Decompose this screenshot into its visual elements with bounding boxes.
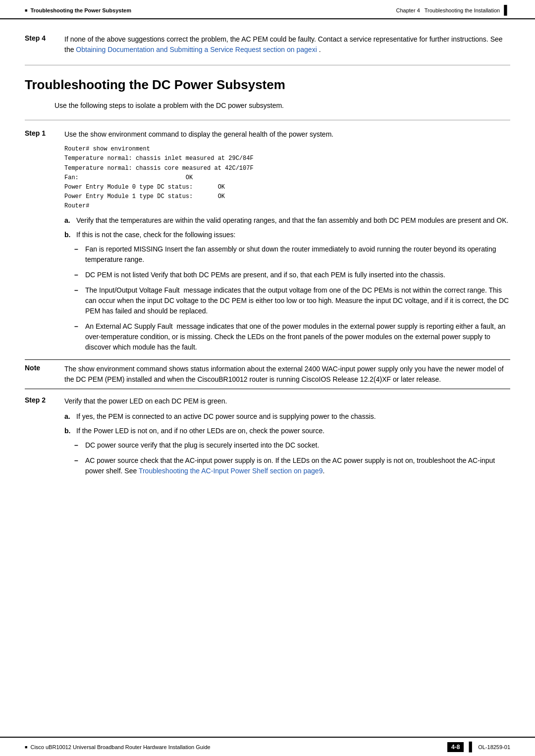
step1-sub-b-label: b.: [64, 230, 72, 240]
footer-doc-title: Cisco uBR10012 Universal Broadband Route…: [30, 744, 210, 750]
code-line-2: Temperature normal: chassis inlet measur…: [64, 154, 510, 163]
section-intro: Use the following steps to isolate a pro…: [54, 101, 510, 111]
step1-label: Step 1: [25, 129, 54, 140]
step2-bullet-1-dash: –: [74, 440, 81, 451]
step1-sub-a-text: Verify that the temperatures are within …: [76, 215, 508, 226]
step2-section: Step 2 Verify that the power LED on each…: [25, 396, 510, 406]
footer-right: OL-18259-01: [469, 742, 510, 752]
bullet-1: – Fan is reported MISSING Insert the fan…: [74, 244, 510, 265]
bullet-3: – The Input/Output Voltage Fault message…: [74, 285, 510, 316]
step2-bullets: – DC power source verify that the plug i…: [74, 440, 510, 476]
note-box: Note The show environment command shows …: [25, 359, 510, 389]
bullet-4-dash: –: [74, 321, 81, 353]
code-line-7: Router#: [64, 202, 510, 211]
step2-label: Step 2: [25, 396, 54, 406]
bullet-2-text: DC PEM is not listed Verify that both DC…: [85, 270, 445, 280]
step2-sub-a-text: If yes, the PEM is connected to an activ…: [76, 411, 376, 422]
step2-bullet-1-text: DC power source verify that the plug is …: [85, 440, 319, 451]
bullet-3-text: The Input/Output Voltage Fault message i…: [85, 285, 510, 316]
code-line-6: Power Entry Module 1 type DC status: OK: [64, 192, 510, 202]
step1-sub-b: b. If this is not the case, check for th…: [64, 230, 510, 240]
bullet-4-text: An External AC Supply Fault message indi…: [85, 321, 510, 353]
step4-link[interactable]: Obtaining Documentation and Submitting a…: [76, 46, 319, 53]
step2-sub-a-label: a.: [64, 411, 72, 422]
step2-sub-b-text: If the Power LED is not on, and if no ot…: [76, 426, 324, 436]
header-right: Chapter 4 Troubleshooting the Installati…: [396, 5, 510, 15]
header-section-title: Troubleshooting the Power Subsystem: [30, 7, 131, 13]
step4-section: Step 4 If none of the above suggestions …: [25, 34, 510, 55]
page-wrapper: Troubleshooting the Power Subsystem Chap…: [0, 0, 535, 756]
step4-label: Step 4: [25, 34, 54, 55]
page-header: Troubleshooting the Power Subsystem Chap…: [0, 0, 535, 19]
page-content: Step 4 If none of the above suggestions …: [0, 19, 535, 737]
step1-bullets: – Fan is reported MISSING Insert the fan…: [74, 244, 510, 353]
step2-sub-a: a. If yes, the PEM is connected to an ac…: [64, 411, 510, 422]
step2-bullet-2-dash: –: [74, 455, 81, 476]
footer-page-num: 4-8: [447, 742, 464, 752]
step1-content: Use the show environment command to disp…: [64, 129, 510, 140]
step2-sub-b: b. If the Power LED is not on, and if no…: [64, 426, 510, 436]
code-line-3: Temperature normal: chassis core measure…: [64, 164, 510, 173]
code-line-5: Power Entry Module 0 type DC status: OK: [64, 183, 510, 192]
bullet-3-dash: –: [74, 285, 81, 316]
code-line-4: Fan: OK: [64, 173, 510, 183]
step1-sub-a: a. Verify that the temperatures are with…: [64, 215, 510, 226]
header-left: Troubleshooting the Power Subsystem: [25, 7, 131, 13]
bullet-4: – An External AC Supply Fault message in…: [74, 321, 510, 353]
step2-content: Verify that the power LED on each DC PEM…: [64, 396, 510, 406]
divider-1: [25, 65, 510, 65]
step2-sub-b-label: b.: [64, 426, 72, 436]
step2-bullet-2: – AC power source check that the AC-inpu…: [74, 455, 510, 476]
bullet-1-text: Fan is reported MISSING Insert the fan a…: [85, 244, 510, 265]
note-content: The show environment command shows statu…: [64, 364, 510, 385]
step1-sub-list: a. Verify that the temperatures are with…: [64, 215, 510, 240]
page-footer: Cisco uBR10012 Universal Broadband Route…: [0, 737, 535, 756]
step1-sub-b-text: If this is not the case, check for the f…: [76, 230, 235, 240]
bullet-1-dash: –: [74, 244, 81, 265]
step1-sub-a-label: a.: [64, 215, 72, 226]
note-label: Note: [25, 364, 54, 385]
bullet-2: – DC PEM is not listed Verify that both …: [74, 270, 510, 280]
step2-bullet-2-text: AC power source check that the AC-input …: [85, 455, 510, 476]
header-chapter: Chapter 4 Troubleshooting the Installati…: [396, 7, 500, 13]
footer-doc-num: OL-18259-01: [478, 744, 510, 750]
divider-2: [25, 120, 510, 120]
code-block: Router# show environment Temperature nor…: [64, 145, 510, 211]
footer-left: Cisco uBR10012 Universal Broadband Route…: [25, 744, 211, 750]
section-heading: Troubleshooting the DC Power Subsystem: [25, 77, 510, 93]
step1-text: Use the show environment command to disp…: [64, 130, 333, 138]
code-line-1: Router# show environment: [64, 145, 510, 154]
step2-bullet-1: – DC power source verify that the plug i…: [74, 440, 510, 451]
step2-link[interactable]: Troubleshooting the AC-Input Power Shelf…: [139, 467, 323, 475]
bullet-2-dash: –: [74, 270, 81, 280]
step1-section: Step 1 Use the show environment command …: [25, 129, 510, 140]
step4-content: If none of the above suggestions correct…: [64, 34, 510, 55]
step2-sub-list: a. If yes, the PEM is connected to an ac…: [64, 411, 510, 436]
